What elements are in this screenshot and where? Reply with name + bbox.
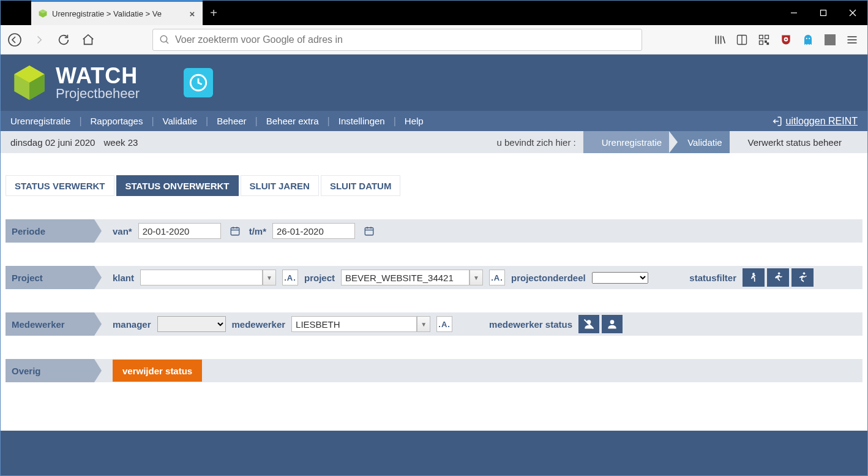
tab-sluit-jaren[interactable]: SLUIT JAREN [241, 175, 319, 196]
svg-rect-24 [825, 34, 836, 45]
svg-rect-17 [760, 40, 763, 44]
input-medewerker[interactable] [291, 316, 417, 332]
row-periode: Periode van* t/m* [6, 219, 862, 243]
svg-rect-16 [765, 35, 769, 39]
calendar-icon[interactable] [361, 223, 377, 239]
row-medewerker: Medewerker manager medewerker ▼ .A. mede… [6, 312, 862, 336]
row-overig: Overig verwijder status [6, 359, 862, 382]
list-icon[interactable]: .A. [282, 270, 298, 285]
brand-subtitle: Projectbeheer [56, 87, 140, 100]
nav-item-beheer-extra[interactable]: Beheer extra [266, 116, 319, 126]
svg-point-43 [778, 273, 780, 275]
row-head-medewerker: Medewerker [6, 312, 94, 336]
remove-status-button[interactable]: verwijder status [113, 360, 202, 382]
statusfilter-sprint-icon[interactable] [791, 268, 814, 287]
window-close-icon[interactable] [838, 1, 867, 25]
logout-icon [771, 116, 782, 127]
library-icon[interactable] [713, 33, 727, 47]
label-van: van* [113, 226, 132, 236]
list-icon[interactable]: .A. [489, 270, 505, 285]
input-klant[interactable] [140, 270, 263, 285]
label-manager: manager [113, 319, 151, 330]
row-project: Project klant ▼ .A. project ▼ .A. projec… [6, 266, 862, 289]
label-tm: t/m* [249, 226, 266, 236]
nav-item-rapportages[interactable]: Rapportages [91, 116, 143, 126]
dropdown-icon[interactable]: ▼ [470, 270, 483, 285]
ghost-icon[interactable] [801, 33, 815, 47]
nav-item-instellingen[interactable]: Instellingen [339, 116, 385, 126]
search-icon [159, 34, 170, 45]
content-area: STATUS VERWERKT STATUS ONVERWERKT SLUIT … [1, 153, 867, 388]
breadcrumb[interactable]: Validatie [669, 131, 738, 153]
svg-rect-34 [231, 228, 239, 235]
logout-label: uitloggen REINT [786, 116, 858, 127]
breadcrumb[interactable]: Urenregistratie [583, 131, 678, 153]
browser-tab-title: Urenregistratie > Validatie > Ve [52, 9, 184, 18]
input-tm-date[interactable] [272, 223, 355, 239]
label-project: project [304, 273, 335, 283]
new-tab-button[interactable]: + [203, 1, 225, 25]
svg-rect-15 [760, 35, 763, 39]
reader-icon[interactable] [735, 33, 749, 47]
input-van-date[interactable] [138, 223, 221, 239]
app-header: WATCH Projectbeheer [1, 55, 867, 111]
statusfilter-run-icon[interactable] [767, 268, 789, 287]
brand-title: WATCH [56, 65, 140, 87]
label-statusfilter: statusfilter [689, 273, 736, 283]
tab-status-onverwerkt[interactable]: STATUS ONVERWERKT [116, 175, 239, 196]
label-klant: klant [113, 273, 134, 283]
tabs: STATUS VERWERKT STATUS ONVERWERKT SLUIT … [6, 175, 862, 196]
svg-point-7 [160, 36, 167, 42]
svg-rect-18 [765, 40, 767, 42]
statusfilter-walk-icon[interactable] [743, 268, 765, 287]
footer-bar [1, 431, 867, 475]
row-head-project: Project [6, 266, 94, 289]
current-week: week 23 [103, 137, 138, 148]
nav-item-help[interactable]: Help [405, 116, 424, 126]
nav-item-beheer[interactable]: Beheer [217, 116, 246, 126]
label-projectonderdeel: projectonderdeel [511, 273, 586, 283]
nav-item-urenregistratie[interactable]: Urenregistratie [10, 116, 70, 126]
home-button[interactable] [79, 31, 97, 49]
clock-icon[interactable] [184, 68, 213, 97]
svg-line-12 [723, 36, 725, 43]
tab-sluit-datum[interactable]: SLUIT DATUM [321, 175, 401, 196]
row-head-periode: Periode [6, 219, 94, 243]
grey-box-icon[interactable] [823, 33, 837, 47]
tab-close-icon[interactable]: × [188, 9, 196, 18]
url-bar[interactable] [152, 29, 642, 51]
svg-point-47 [610, 320, 615, 324]
current-date: dinsdag 02 juni 2020 [10, 137, 95, 148]
svg-rect-19 [767, 43, 769, 45]
svg-point-44 [803, 273, 806, 275]
svg-point-23 [809, 37, 810, 39]
input-project[interactable] [341, 270, 470, 285]
tab-status-verwerkt[interactable]: STATUS VERWERKT [6, 175, 114, 196]
row-head-overig: Overig [6, 359, 94, 382]
reload-button[interactable] [54, 31, 73, 49]
medewerker-status-active-icon[interactable] [602, 315, 623, 333]
url-input[interactable] [175, 34, 635, 45]
forward-button[interactable] [30, 31, 48, 49]
window-minimize-icon[interactable] [779, 1, 809, 25]
menu-icon[interactable] [845, 33, 859, 47]
logo-icon [8, 61, 51, 104]
list-icon[interactable]: .A. [436, 316, 452, 332]
select-projectonderdeel[interactable] [592, 272, 648, 284]
dropdown-icon[interactable]: ▼ [417, 316, 430, 332]
ublock-icon[interactable] [779, 33, 793, 47]
nav-item-validatie[interactable]: Validatie [163, 116, 197, 126]
back-button[interactable] [6, 31, 24, 49]
calendar-icon[interactable] [227, 223, 243, 239]
browser-toolbar [1, 25, 867, 55]
label-medewerker-status: medewerker status [489, 319, 572, 330]
browser-tab[interactable]: Urenregistratie > Validatie > Ve × [31, 1, 203, 25]
svg-point-22 [806, 37, 807, 39]
logout-link[interactable]: uitloggen REINT [771, 116, 858, 127]
medewerker-status-any-icon[interactable] [578, 315, 599, 333]
qr-icon[interactable] [757, 33, 771, 47]
window-maximize-icon[interactable] [809, 1, 838, 25]
main-nav: Urenregistratie| Rapportages| Validatie|… [1, 111, 867, 131]
select-manager[interactable] [157, 316, 226, 332]
dropdown-icon[interactable]: ▼ [263, 270, 276, 285]
